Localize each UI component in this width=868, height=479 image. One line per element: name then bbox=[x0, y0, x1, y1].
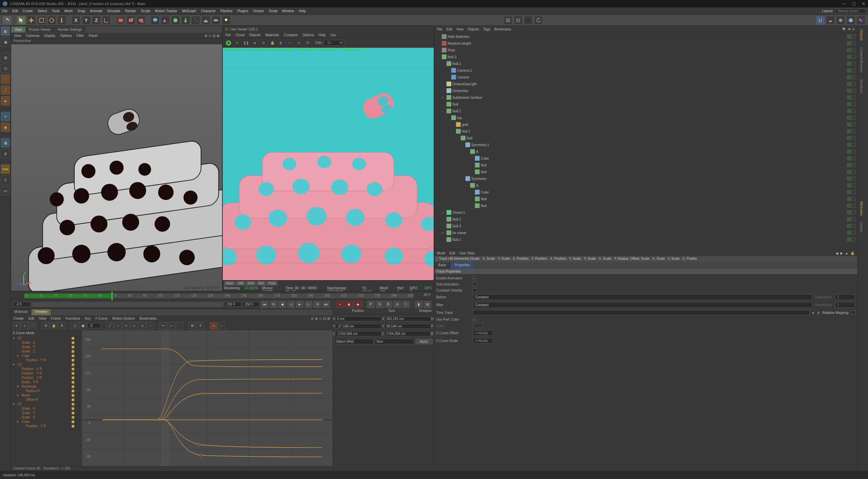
obj-menu-edit[interactable]: Edit bbox=[447, 27, 452, 31]
goto-end-button[interactable]: ⏭ bbox=[322, 301, 330, 308]
fc-snap-button[interactable]: ⊞ bbox=[189, 322, 196, 329]
tab-render-settings[interactable]: Render Settings bbox=[54, 27, 86, 32]
viewport-mode-button[interactable]: ◉ bbox=[1, 122, 10, 132]
bp-tool-icon[interactable]: ⊕ bbox=[315, 317, 318, 320]
loop-button[interactable]: ⟳ bbox=[270, 301, 277, 308]
goto-start-button[interactable]: ⏮ bbox=[261, 301, 268, 308]
lv-pass-refl[interactable]: Refl bbox=[246, 281, 256, 286]
timeline-start-input[interactable] bbox=[14, 302, 30, 307]
fcurve-track-item[interactable]: ▾L0 bbox=[11, 336, 81, 340]
lv-region-button[interactable]: ▭ bbox=[286, 39, 294, 47]
keyr-button[interactable]: R bbox=[385, 301, 392, 308]
brush-button[interactable] bbox=[836, 16, 845, 25]
bp-menu-bookmarks[interactable]: Bookmarks bbox=[140, 317, 156, 320]
object-tree-item[interactable]: -Null bbox=[434, 135, 858, 141]
coord-apply-button[interactable]: Apply bbox=[415, 339, 433, 344]
obj-menu-file[interactable]: File bbox=[437, 27, 442, 31]
xyz-button[interactable]: xyz bbox=[1, 186, 10, 196]
attr-nav-fwd-icon[interactable]: ▶ bbox=[840, 251, 843, 255]
viewport-3d[interactable]: yxz Grid Spacing : 1000 cm bbox=[11, 44, 222, 291]
object-tree-item[interactable]: -Null.2 bbox=[434, 108, 858, 114]
menu-help[interactable]: Help bbox=[299, 9, 306, 13]
fc-tangent-step[interactable]: ⌐ bbox=[114, 322, 122, 329]
view-split2-button[interactable] bbox=[514, 16, 523, 25]
keyp-button[interactable]: P bbox=[367, 301, 375, 308]
fcurve-track-item[interactable]: Scale . Z bbox=[11, 349, 81, 353]
fc-mode-fcurve[interactable]: ∿ bbox=[21, 322, 28, 329]
scale-tool[interactable] bbox=[37, 16, 46, 25]
fc-link-button[interactable]: ⧉ bbox=[42, 322, 49, 329]
fc-value-input[interactable] bbox=[87, 323, 101, 328]
vp-menu-filter[interactable]: Filter bbox=[76, 34, 84, 38]
vp-nav-icon[interactable]: ⊡ bbox=[213, 34, 215, 38]
vp-menu-view[interactable]: View bbox=[14, 34, 21, 38]
prev-frame-button[interactable]: ◀ bbox=[279, 301, 286, 308]
object-tree-item[interactable]: Null bbox=[434, 202, 858, 209]
coord-pos-Z[interactable] bbox=[335, 331, 382, 336]
fc-ripple-button[interactable]: ↔ bbox=[218, 322, 225, 329]
fcurve-track-item[interactable]: ▾Rectangle bbox=[11, 384, 81, 389]
object-tree-item[interactable]: gold bbox=[434, 121, 858, 128]
bp-menu-motion[interactable]: Motion-System bbox=[112, 317, 135, 320]
axis-mode-button[interactable]: ✦ bbox=[1, 112, 10, 121]
keys-button[interactable]: S bbox=[376, 301, 383, 308]
fcurve-track-item[interactable]: Offset R bbox=[11, 397, 81, 402]
axis-z-button[interactable]: Z bbox=[92, 16, 101, 25]
fc-tangent-easein[interactable]: ⊃ bbox=[139, 322, 146, 329]
object-tree-item[interactable]: +for cloner bbox=[434, 229, 858, 236]
fcurve-track-item[interactable]: ▾Cube bbox=[11, 419, 81, 424]
menu-render[interactable]: Render bbox=[125, 9, 136, 13]
move-tool[interactable] bbox=[27, 16, 36, 25]
lv-focus-button[interactable]: ⦿ bbox=[304, 39, 311, 47]
solo-anim-checkbox[interactable] bbox=[473, 282, 477, 286]
object-tree-item[interactable]: +Cloner.1 bbox=[434, 209, 858, 216]
fc-mode-dope[interactable]: ≡ bbox=[13, 322, 20, 329]
content-browser-button[interactable] bbox=[857, 16, 865, 25]
menu-tools[interactable]: Tools bbox=[52, 9, 59, 13]
layout-dropdown[interactable]: Startup (User) bbox=[835, 8, 866, 14]
coord-pos-X[interactable] bbox=[335, 316, 382, 321]
fcurve-offset-input[interactable] bbox=[473, 330, 493, 336]
deformer-tool[interactable] bbox=[191, 16, 200, 25]
timeline-range-slider[interactable] bbox=[32, 302, 223, 307]
fc-auto-button[interactable]: A bbox=[58, 322, 66, 329]
vp-menu-options[interactable]: Options bbox=[60, 34, 72, 38]
fc-tangent-linear[interactable]: ╱ bbox=[106, 322, 114, 329]
view-split4-button[interactable] bbox=[524, 16, 533, 25]
edges-mode-button[interactable]: ╱ bbox=[1, 85, 10, 95]
object-tree-item[interactable]: Camera bbox=[434, 74, 858, 81]
object-tree-item[interactable]: Null.1 bbox=[434, 236, 858, 243]
menu-pipeline[interactable]: Pipeline bbox=[220, 9, 233, 13]
coord-size-Y[interactable] bbox=[385, 324, 431, 329]
fcurve-track-item[interactable]: Scale . Y bbox=[11, 345, 81, 349]
camera-tool[interactable] bbox=[212, 16, 220, 25]
fc-region-button[interactable]: ▭ bbox=[210, 322, 217, 329]
fc-tangent-spline[interactable]: ∿ bbox=[122, 322, 130, 329]
rt-tab-objects[interactable]: Objects bbox=[858, 26, 865, 44]
attr-tab-properties[interactable]: Properties bbox=[451, 262, 474, 269]
tweak-button[interactable]: ▦ bbox=[1, 138, 10, 147]
menu-simulate[interactable]: Simulate bbox=[107, 9, 120, 13]
bp-tool-icon[interactable]: ⊞ bbox=[327, 317, 330, 320]
fcurve-track-item[interactable]: ▾L0 bbox=[11, 362, 81, 367]
bp-menu-view[interactable]: View bbox=[39, 317, 46, 320]
lv-menu-materials[interactable]: Materials bbox=[265, 33, 279, 37]
polygons-mode-button[interactable]: ▰ bbox=[1, 96, 10, 106]
bp-tool-icon[interactable]: ◇ bbox=[319, 317, 322, 320]
rt-tab-content[interactable]: Content Browser bbox=[858, 44, 865, 76]
after-dropdown[interactable]: Constant bbox=[473, 302, 813, 308]
constant-vel-checkbox[interactable] bbox=[473, 288, 477, 292]
rel-mapping-checkbox[interactable] bbox=[851, 311, 855, 315]
fcurve-track-item[interactable]: Scale . Z bbox=[11, 415, 81, 419]
render-view-button[interactable] bbox=[116, 16, 125, 25]
zero-button[interactable]: 0 bbox=[1, 175, 10, 185]
lv-pass-post[interactable]: Post bbox=[267, 281, 278, 286]
attr-nav-up-icon[interactable]: ▲ bbox=[845, 251, 848, 255]
menu-mesh[interactable]: Mesh bbox=[65, 9, 73, 13]
lv-lock-button[interactable]: 🔒 bbox=[269, 39, 276, 47]
object-tree-item[interactable]: -Symmetry bbox=[434, 175, 858, 182]
points-mode-button[interactable]: ⋮ bbox=[1, 74, 10, 84]
obj-menu-bookmarks[interactable]: Bookmarks bbox=[494, 27, 511, 31]
object-tree-item[interactable]: -A bbox=[434, 182, 858, 189]
fc-frame-sel[interactable]: ▣ bbox=[79, 322, 87, 329]
